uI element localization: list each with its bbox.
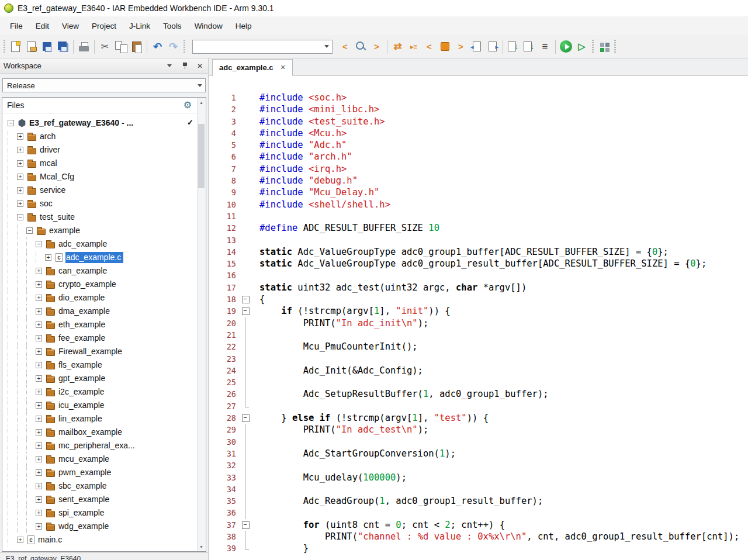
replace-icon[interactable] <box>390 39 406 54</box>
code-line[interactable]: 10#include <shell/shell.h> <box>209 199 748 210</box>
tree-item-sent-example[interactable]: +sent_example <box>3 493 197 506</box>
code-line[interactable]: 19 if (!strcmp(argv[1], "init")) { <box>209 305 748 317</box>
code-line[interactable]: 6#include "arch.h" <box>209 151 748 163</box>
chevron-down-icon[interactable] <box>321 40 332 53</box>
code-line[interactable]: 11 <box>209 210 748 222</box>
menu-window[interactable]: Window <box>188 18 229 34</box>
expand-icon[interactable]: + <box>36 295 42 301</box>
menu-edit[interactable]: Edit <box>29 18 56 34</box>
redo-icon[interactable] <box>165 39 181 54</box>
code-line[interactable]: 15static Adc_ValueGroupType adc0_group1_… <box>209 258 748 269</box>
panel-menu-icon[interactable] <box>165 61 174 71</box>
tree-item-driver[interactable]: +driver <box>3 143 197 157</box>
expand-icon[interactable]: + <box>36 268 42 274</box>
collapse-icon[interactable]: − <box>36 241 42 247</box>
code-line[interactable]: 2#include <mini_libc.h> <box>209 103 748 115</box>
expand-icon[interactable]: + <box>17 174 23 180</box>
expand-icon[interactable]: + <box>36 362 42 368</box>
trace-icon[interactable] <box>406 39 421 54</box>
bookmark-toggle-icon[interactable] <box>437 39 453 54</box>
nav-back-icon[interactable] <box>469 39 484 54</box>
bookmark-next-icon[interactable] <box>453 39 469 54</box>
tree-item-spi-example[interactable]: +spi_example <box>3 506 197 520</box>
paste-icon[interactable] <box>129 39 144 54</box>
expand-icon[interactable]: + <box>17 160 23 167</box>
code-line[interactable]: 34 <box>209 483 748 495</box>
tree-item-main-c[interactable]: +cmain.c <box>3 533 197 547</box>
expand-icon[interactable]: + <box>36 469 42 476</box>
expand-icon[interactable]: + <box>36 348 42 355</box>
code-line[interactable]: 13 <box>209 234 748 246</box>
copy-icon[interactable] <box>113 39 129 54</box>
code-line[interactable]: 31 Adc_StartGroupConversion(1); <box>209 448 748 459</box>
collapse-icon[interactable]: − <box>8 120 14 126</box>
menu-tools[interactable]: Tools <box>157 18 188 34</box>
code-line[interactable]: 17static uint32 adc_test(uint32 argc, ch… <box>209 282 748 293</box>
workspace-tab-strip[interactable]: E3_ref_gateway_E3640 <box>0 552 208 560</box>
menu-j-link[interactable]: J-Link <box>123 18 157 34</box>
scroll-down-icon[interactable]: ▼ <box>198 542 205 551</box>
expand-icon[interactable]: + <box>36 281 42 288</box>
nav-forward-icon[interactable] <box>484 39 500 54</box>
tree-scrollbar[interactable]: ▲ ▼ <box>197 98 205 551</box>
expand-icon[interactable]: + <box>36 443 42 449</box>
expand-icon[interactable]: + <box>36 523 42 530</box>
expand-icon[interactable]: + <box>36 402 42 409</box>
new-doc-icon[interactable] <box>8 39 23 54</box>
undo-icon[interactable] <box>150 39 165 54</box>
find-prev-icon[interactable] <box>337 39 353 54</box>
code-line[interactable]: 33 Mcu_udelay(100000); <box>209 472 748 483</box>
tree-item-adc-example[interactable]: −adc_example <box>3 237 197 251</box>
code-line[interactable]: 35 Adc_ReadGroup(1, adc0_group1_result_b… <box>209 495 748 507</box>
debug-log-icon[interactable] <box>537 39 553 54</box>
code-line[interactable]: 22 Mcu_PmuCounterInit(); <box>209 341 748 352</box>
expand-icon[interactable]: + <box>17 133 23 140</box>
code-line[interactable]: 9#include "Mcu_Delay.h" <box>209 186 748 198</box>
expand-icon[interactable]: + <box>36 416 42 422</box>
find-next-icon[interactable] <box>369 39 385 54</box>
scrollbar-thumb[interactable] <box>198 124 205 188</box>
expand-icon[interactable]: + <box>36 389 42 395</box>
code-line[interactable]: 23 <box>209 353 748 365</box>
make-icon[interactable] <box>596 39 612 54</box>
code-editor[interactable]: 1#include <soc.h>2#include <mini_libc.h>… <box>209 76 748 560</box>
download-icon[interactable] <box>505 39 521 54</box>
tree-item-lin-example[interactable]: +lin_example <box>3 412 197 426</box>
code-line[interactable]: 3#include <test_suite.h> <box>209 116 748 127</box>
menu-view[interactable]: View <box>56 18 85 34</box>
tree-item-mcu-example[interactable]: +mcu_example <box>3 452 197 466</box>
code-line[interactable]: 20 PRINT("In adc_init\n"); <box>209 317 748 329</box>
tree-item-arch[interactable]: +arch <box>3 130 197 143</box>
build-config-select[interactable]: Release <box>2 78 206 92</box>
tree-item-e3-ref-gateway-e3640[interactable]: −E3_ref_gateway_E3640 - ...✓ <box>3 116 197 130</box>
download-debug-icon[interactable] <box>558 39 574 54</box>
fold-marker-icon[interactable] <box>241 412 251 424</box>
code-line[interactable]: 1#include <soc.h> <box>209 92 748 103</box>
print-icon[interactable] <box>76 39 92 54</box>
code-line[interactable]: 29 PRINT("In adc_test\n"); <box>209 424 748 435</box>
menu-project[interactable]: Project <box>85 18 123 34</box>
tree-item-eth-example[interactable]: +eth_example <box>3 318 197 331</box>
expand-icon[interactable]: + <box>36 496 42 503</box>
pin-icon[interactable] <box>180 61 189 71</box>
code-line[interactable]: 26 Adc_SetupResultBuffer(1, adc0_group1_… <box>209 388 748 400</box>
find-icon[interactable] <box>353 39 369 54</box>
tree-item-test-suite[interactable]: −test_suite <box>3 210 197 224</box>
debug-no-download-icon[interactable] <box>574 39 590 54</box>
code-line[interactable]: 32 <box>209 459 748 471</box>
tree-item-i2c-example[interactable]: +i2c_example <box>3 385 197 399</box>
code-line[interactable]: 21 <box>209 329 748 341</box>
tree-item-gpt-example[interactable]: +gpt_example <box>3 372 197 385</box>
tree-item-crypto-example[interactable]: +crypto_example <box>3 278 197 291</box>
tree-item-dio-example[interactable]: +dio_example <box>3 291 197 305</box>
code-line[interactable]: 27 <box>209 400 748 412</box>
fold-marker-icon[interactable] <box>241 305 251 317</box>
tree-item-mcal[interactable]: +mcal <box>3 157 197 170</box>
collapse-icon[interactable]: − <box>26 227 33 234</box>
code-line[interactable]: 4#include <Mcu.h> <box>209 127 748 139</box>
fold-marker-icon[interactable] <box>241 293 251 305</box>
fold-marker-icon[interactable] <box>241 519 251 531</box>
expand-icon[interactable]: + <box>17 537 23 543</box>
search-combobox[interactable] <box>192 40 333 54</box>
scroll-up-icon[interactable]: ▲ <box>198 98 205 106</box>
